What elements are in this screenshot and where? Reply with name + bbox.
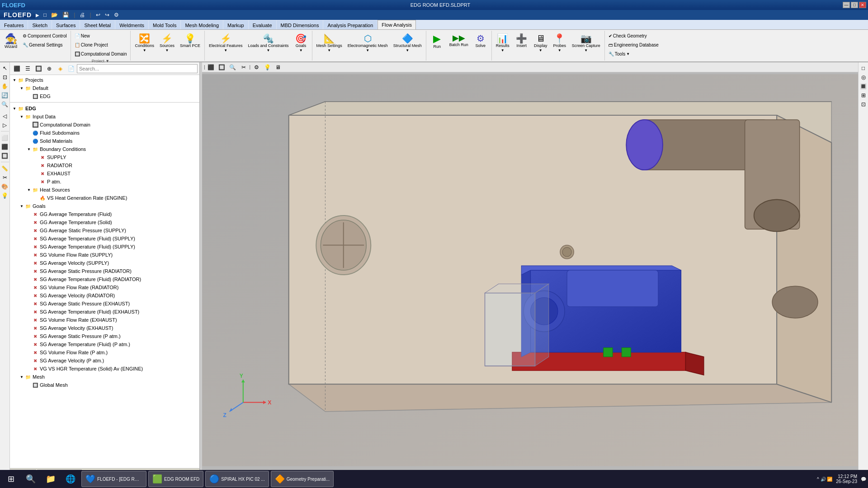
tree-edg-proj[interactable]: 🔲 EDG <box>10 92 199 100</box>
vp-sb-3[interactable]: 🔳 <box>859 82 868 90</box>
screen-capture-btn[interactable]: 📷 Screen Capture ▼ <box>570 32 603 57</box>
tree-g3[interactable]: ✖ GG Average Static Pressure (SUPPLY) <box>10 226 199 235</box>
tree-g14[interactable]: ✖ SG Volume Flow Rate (EXHAUST) <box>10 316 199 324</box>
sources-btn[interactable]: ⚡ Sources ▼ <box>157 32 177 57</box>
tree-mesh-folder[interactable]: ▼ 📁 Mesh <box>10 373 199 381</box>
tree-btn-3[interactable]: 🔲 <box>33 64 43 74</box>
sb-next[interactable]: ▷ <box>1 121 9 129</box>
sb-measure[interactable]: 📏 <box>1 164 9 173</box>
tree-p-atm[interactable]: ✖ P atm. <box>10 178 199 186</box>
taskbar-edge[interactable]: 🌐 <box>61 471 80 487</box>
tree-goals[interactable]: ▼ 📁 Goals <box>10 202 199 210</box>
tree-g19[interactable]: ✖ SG Average Velocity (P atm.) <box>10 357 199 365</box>
minimize-btn[interactable]: — <box>843 2 850 8</box>
tree-btn-4[interactable]: ⊕ <box>44 64 54 74</box>
tree-default[interactable]: ▼ 📁 Default <box>10 84 199 92</box>
sb-view1[interactable]: ⬜ <box>1 134 9 142</box>
tree-fluid-subdomains[interactable]: 🔵 Fluid Subdomains <box>10 129 199 137</box>
vp-lighting-btn[interactable]: 💡 <box>262 62 272 72</box>
electrical-features-btn[interactable]: ⚡ Electrical Features ▼ <box>207 32 245 57</box>
general-settings-btn[interactable]: 🔧 General Settings <box>21 41 69 49</box>
tab-weldments[interactable]: Weldments <box>115 20 148 29</box>
tree-g9[interactable]: ✖ SG Average Temperature (Fluid) (RADIAT… <box>10 275 199 283</box>
vp-section-btn[interactable]: ✂ <box>239 62 249 72</box>
qa-new[interactable]: □ <box>42 10 48 19</box>
taskbar-edg-room[interactable]: 🟩 EDG ROOM EFD <box>148 471 203 487</box>
taskbar-floefd[interactable]: 💙 FLOEFD - [EDG ROO... <box>81 471 146 487</box>
display-btn[interactable]: 🖥 Display ▼ <box>532 32 550 57</box>
run-btn[interactable]: ▶ Run <box>428 32 446 57</box>
tab-mbd-dimensions[interactable]: MBD Dimensions <box>277 20 323 29</box>
tree-supply[interactable]: ✖ SUPPLY <box>10 153 199 161</box>
tree-g16[interactable]: ✖ SG Average Static Pressure (P atm.) <box>10 332 199 340</box>
floefd-logo[interactable]: FLOEFD <box>0 11 35 19</box>
tab-sheet-metal[interactable]: Sheet Metal <box>80 20 115 29</box>
conditions-btn[interactable]: 🔀 Conditions ▼ <box>132 32 156 57</box>
vp-sb-1[interactable]: □ <box>859 64 868 72</box>
tree-btn-1[interactable]: ⬛ <box>12 64 22 74</box>
qa-undo[interactable]: ↩ <box>94 10 102 19</box>
wizard-btn[interactable]: 🧙 Wizard <box>2 32 20 57</box>
tree-btn-5[interactable]: ◈ <box>55 64 65 74</box>
vp-zoom-btn[interactable]: 🔍 <box>228 62 238 72</box>
qa-save[interactable]: 💾 <box>61 10 71 19</box>
qa-print[interactable]: 🖨 <box>78 10 87 19</box>
tree-g15[interactable]: ✖ SG Average Velocity (EXHAUST) <box>10 324 199 332</box>
solve-btn[interactable]: ⚙ Solve <box>472 32 490 57</box>
tree-btn-6[interactable]: 📄 <box>66 64 76 74</box>
loads-constraints-btn[interactable]: 🔩 Loads and Constraints ▼ <box>246 32 291 57</box>
taskbar-search[interactable]: 🔍 <box>22 471 40 487</box>
sb-select[interactable]: ↖ <box>1 64 9 72</box>
close-btn[interactable]: ✕ <box>859 2 866 8</box>
maximize-btn[interactable]: □ <box>851 2 858 8</box>
tab-mold-tools[interactable]: Mold Tools <box>149 20 180 29</box>
em-mesh-btn[interactable]: ⬡ Electromagnetic Mesh ▼ <box>345 32 390 57</box>
tree-g6[interactable]: ✖ SG Volume Flow Rate (SUPPLY) <box>10 251 199 259</box>
goals-btn[interactable]: 🎯 Goals ▼ <box>292 32 310 57</box>
tree-g18[interactable]: ✖ SG Volume Flow Rate (P atm.) <box>10 348 199 357</box>
tab-mesh-modeling[interactable]: Mesh Modeling <box>181 20 223 29</box>
tree-boundary-conditions[interactable]: ▼ 📁 Boundary Conditions <box>10 145 199 153</box>
tree-global-mesh[interactable]: 🔲 Global Mesh <box>10 381 199 389</box>
sb-section[interactable]: ✂ <box>1 174 9 182</box>
tree-g10[interactable]: ✖ SG Volume Flow Rate (RADIATOR) <box>10 283 199 291</box>
results-btn[interactable]: 📊 Results ▼ <box>494 32 512 57</box>
ribbon-expand-btn[interactable]: ▶ <box>36 13 39 18</box>
taskbar-start-btn[interactable]: ⊞ <box>2 471 20 487</box>
notification-btn[interactable]: 💬 <box>861 477 866 482</box>
sb-view3[interactable]: 🔲 <box>1 152 9 160</box>
mesh-settings-btn[interactable]: 📐 Mesh Settings ▼ <box>314 32 344 57</box>
tree-g11[interactable]: ✖ SG Average Velocity (RADIATOR) <box>10 291 199 300</box>
tree-g5[interactable]: ✖ SG Average Temperature (Fluid) (SUPPLY… <box>10 243 199 251</box>
tree-radiator[interactable]: ✖ RADIATOR <box>10 161 199 169</box>
tree-g12[interactable]: ✖ SG Average Static Pressure (EXHAUST) <box>10 300 199 308</box>
taskbar-file-explorer[interactable]: 📁 <box>42 471 60 487</box>
tree-g20[interactable]: ✖ VG VS HGR Temperature (Solid) Av (ENGI… <box>10 365 199 373</box>
component-control-btn[interactable]: ⚙ Component Control <box>21 32 69 40</box>
tree-g4[interactable]: ✖ SG Average Temperature (Fluid) (SUPPLY… <box>10 235 199 243</box>
tree-solid-materials[interactable]: 🔵 Solid Materials <box>10 137 199 145</box>
tree-g13[interactable]: ✖ SG Average Temperature (Fluid) (EXHAUS… <box>10 308 199 316</box>
vp-view-btn[interactable]: ⬛ <box>206 62 216 72</box>
tab-evaluate[interactable]: Evaluate <box>249 20 276 29</box>
tab-surfaces[interactable]: Surfaces <box>52 20 80 29</box>
taskbar-geometry[interactable]: 🔶 Geometry Preparati... <box>271 471 334 487</box>
qa-settings[interactable]: ⚙ <box>112 10 121 19</box>
tree-search-input[interactable] <box>77 64 198 73</box>
tab-markup[interactable]: Markup <box>223 20 248 29</box>
tree-vs-hgr[interactable]: 🔥 VS Heat Generation Rate (ENGINE) <box>10 194 199 202</box>
viewport[interactable]: X Y Z □ ◎ 🔳 ⊞ ⊡ | ⬛ 🔲 🔍 ✂ <box>202 62 868 478</box>
sb-appearance[interactable]: 🎨 <box>1 183 9 191</box>
vp-sb-5[interactable]: ⊡ <box>859 100 868 108</box>
tree-edg-flow[interactable]: ▼ 📁 EDG <box>10 104 199 113</box>
tree-g17[interactable]: ✖ SG Average Temperature (Fluid) (P atm.… <box>10 340 199 348</box>
taskbar-clock[interactable]: 12:12 PM 26-Sep-23 <box>836 474 857 484</box>
vp-options-btn[interactable]: ⚙ <box>251 62 261 72</box>
tab-features[interactable]: Features <box>0 20 28 29</box>
structural-mesh-btn[interactable]: 🔷 Structural Mesh ▼ <box>391 32 424 57</box>
window-controls[interactable]: — □ ✕ <box>843 2 866 8</box>
sb-prev[interactable]: ◁ <box>1 112 9 120</box>
new-btn[interactable]: 📄 New <box>73 32 129 40</box>
tree-g8[interactable]: ✖ SG Average Static Pressure (RADIATOR) <box>10 267 199 275</box>
tools-btn[interactable]: 🔧 Tools ▼ <box>607 50 660 58</box>
